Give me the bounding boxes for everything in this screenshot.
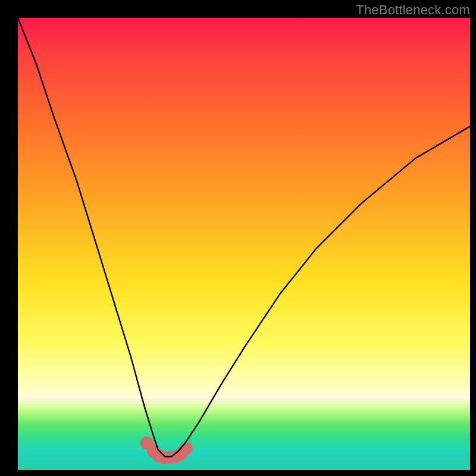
bottleneck-curve-svg — [18, 18, 470, 470]
plot-area — [18, 18, 470, 470]
outer-black-frame: TheBottleneck.com — [0, 0, 476, 476]
trough-marker-band — [140, 436, 193, 464]
watermark-text: TheBottleneck.com — [356, 2, 470, 18]
bottleneck-curve-path — [18, 18, 470, 456]
